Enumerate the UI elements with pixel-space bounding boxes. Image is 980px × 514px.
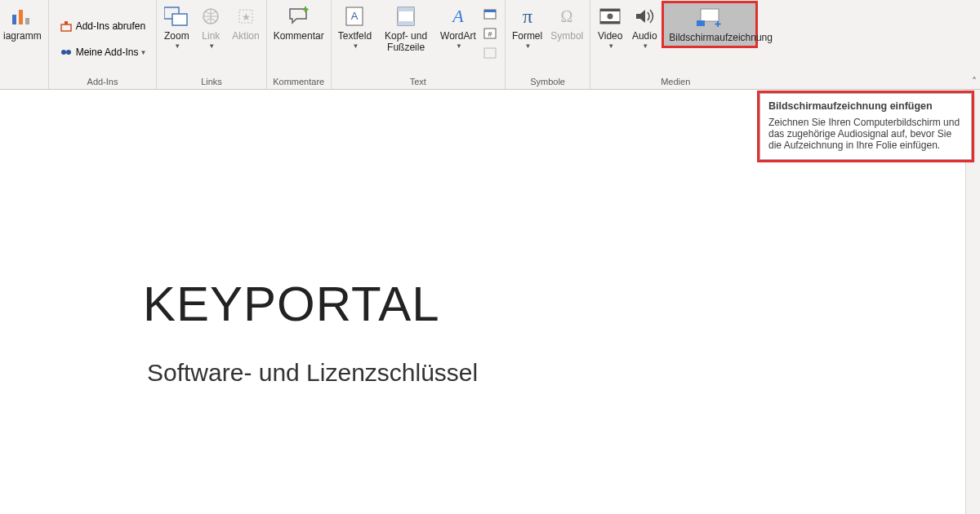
svg-rect-0 (12, 15, 16, 24)
chevron-down-icon: ▼ (608, 42, 614, 50)
chevron-down-icon: ▼ (174, 42, 180, 50)
comment-button[interactable]: Kommentar (270, 2, 327, 44)
group-addins-label: Add-Ins (52, 77, 154, 89)
group-media-label: Medien (594, 77, 757, 89)
action-icon: ★ (236, 3, 256, 29)
aktion-button[interactable]: ★ Aktion (229, 2, 262, 44)
svg-rect-8 (172, 14, 187, 25)
svg-rect-26 (600, 9, 620, 11)
link-icon (200, 3, 221, 29)
svg-text:π: π (522, 6, 532, 27)
audio-label: Audio (632, 31, 657, 42)
group-links: Zoom ▼ Link ▼ ★ Aktion Links (157, 0, 266, 89)
svg-rect-16 (398, 21, 414, 25)
group-text: A Textfeld ▼ Kopf- und Fußzeile A WordAr… (332, 0, 506, 89)
omega-icon: Ω (556, 3, 577, 29)
zoom-label: Zoom (164, 31, 189, 42)
slide-subtitle-placeholder[interactable]: Software- und Lizenzschlüssel (147, 359, 478, 387)
svg-rect-1 (19, 10, 23, 24)
tooltip-body: Zeichnen Sie Ihren Computerbildschirm un… (768, 117, 963, 151)
svg-text:Ω: Ω (561, 7, 573, 25)
svg-point-28 (608, 14, 613, 20)
datetime-button[interactable] (481, 5, 501, 23)
zoom-icon (164, 3, 189, 29)
svg-point-6 (66, 50, 71, 55)
number-icon: # (483, 26, 497, 41)
object-button[interactable] (481, 44, 501, 62)
chart-icon (11, 3, 33, 29)
link-label: Link (202, 31, 220, 42)
group-diagramm-label (0, 77, 45, 89)
slide-title-placeholder[interactable]: KEYPORTAL (143, 276, 440, 332)
screenrecording-tooltip: Bildschirmaufzeichnung einfügen Zeichnen… (760, 93, 972, 160)
my-addins-label: Meine Add-Ins (76, 47, 139, 58)
symbol-button[interactable]: Ω Symbol (547, 2, 586, 44)
video-button[interactable]: Video ▼ (594, 2, 626, 51)
slidenumber-button[interactable]: # (481, 24, 501, 42)
formula-label: Formel (512, 31, 542, 42)
ribbon: iagramm Add-Ins abrufen Meine Add-Ins ▼ … (0, 0, 980, 90)
svg-rect-3 (61, 24, 71, 31)
chart-label: iagramm (3, 31, 42, 42)
svg-point-5 (61, 50, 66, 55)
formula-button[interactable]: π Formel ▼ (509, 2, 546, 51)
get-addins-label: Add-Ins abrufen (76, 20, 145, 32)
text-smallstack: # (481, 2, 501, 62)
screenrecording-button[interactable]: Bildschirmaufzeichnung (662, 1, 758, 48)
collapse-ribbon-button[interactable]: ˄ (972, 76, 977, 87)
screenrecording-label: Bildschirmaufzeichnung (669, 33, 751, 44)
store-icon (59, 19, 74, 33)
zoom-button[interactable]: Zoom ▼ (160, 2, 193, 51)
textbox-icon: A (345, 3, 364, 29)
audio-button[interactable]: Audio ▼ (628, 2, 661, 51)
chevron-down-icon: ▼ (456, 42, 462, 50)
screenrecording-icon (696, 5, 724, 31)
chevron-down-icon: ▼ (352, 42, 359, 50)
svg-text:A: A (351, 10, 359, 22)
headerfooter-icon (396, 3, 416, 29)
video-label: Video (598, 31, 622, 42)
group-links-label: Links (160, 77, 262, 89)
chevron-down-icon: ▼ (642, 42, 648, 50)
video-icon (599, 3, 621, 29)
group-symbols: π Formel ▼ Ω Symbol Symbole (506, 0, 590, 89)
svg-rect-27 (600, 21, 620, 24)
group-diagramm: iagramm (0, 0, 49, 89)
puzzle-icon (59, 45, 74, 60)
my-addins-button[interactable]: Meine Add-Ins ▼ (57, 43, 149, 61)
svg-rect-30 (697, 20, 705, 26)
group-media: Video ▼ Audio ▼ Bildschirmaufzeichnung M… (590, 0, 760, 89)
aktion-label: Aktion (232, 31, 259, 42)
group-addins: Add-Ins abrufen Meine Add-Ins ▼ Add-Ins (49, 0, 158, 89)
group-symbols-label: Symbole (509, 77, 586, 89)
wordart-button[interactable]: A WordArt ▼ (437, 2, 479, 51)
svg-rect-2 (25, 18, 29, 24)
svg-text:#: # (488, 30, 492, 38)
svg-text:★: ★ (242, 11, 251, 23)
get-addins-button[interactable]: Add-Ins abrufen (57, 17, 147, 35)
group-comments: Kommentar Kommentare (267, 0, 332, 89)
svg-text:A: A (451, 6, 464, 26)
symbol-label: Symbol (550, 31, 583, 42)
chart-button[interactable]: iagramm (0, 2, 45, 44)
svg-rect-22 (484, 48, 496, 58)
chevron-down-icon: ▼ (525, 42, 532, 50)
svg-rect-4 (65, 21, 68, 24)
svg-rect-29 (701, 9, 719, 21)
group-comments-label: Kommentare (270, 77, 327, 89)
comment-icon (287, 3, 310, 29)
audio-icon (634, 3, 655, 29)
textbox-button[interactable]: A Textfeld ▼ (335, 2, 375, 51)
svg-rect-15 (398, 7, 414, 11)
headerfooter-label: Kopf- und Fußzeile (380, 31, 432, 54)
comment-label: Kommentar (274, 31, 324, 42)
pi-icon: π (517, 3, 538, 29)
group-text-label: Text (335, 77, 501, 89)
chevron-down-icon: ▼ (208, 42, 215, 50)
headerfooter-button[interactable]: Kopf- und Fußzeile (376, 2, 435, 55)
wordart-icon: A (448, 3, 469, 29)
wordart-label: WordArt (440, 31, 476, 42)
chevron-down-icon: ▼ (140, 49, 146, 56)
datetime-icon (483, 7, 497, 21)
link-button[interactable]: Link ▼ (194, 2, 227, 51)
